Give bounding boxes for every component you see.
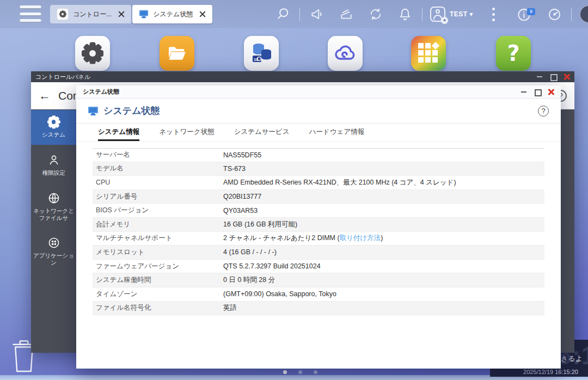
sidebar-item-applications[interactable]: アプリケーション: [31, 229, 76, 273]
maximize-icon[interactable]: [550, 73, 556, 80]
help-icon[interactable]: ?: [538, 106, 549, 117]
table-row: ファームウェアバージョンQTS 5.2.7.3297 Build 2025102…: [93, 260, 544, 274]
background-tasks-icon[interactable]: [361, 7, 390, 21]
divider: [299, 8, 300, 21]
table-row: 合計メモリ16 GB (16 GB 利用可能): [93, 218, 544, 232]
user-menu[interactable]: ★ TEST ▾: [425, 7, 479, 22]
resource-monitor-icon[interactable]: [540, 7, 569, 22]
svg-text:10: 10: [254, 57, 258, 62]
table-row: モデル名TS-673: [93, 162, 544, 176]
table-row: マルチチャネルサポート 2 チャネル - チャネルあたり2 DIMM (取り付け…: [93, 232, 544, 246]
divider: [422, 8, 422, 21]
taskbar-tab-system-status[interactable]: システム状態: [132, 5, 212, 23]
tab-system-service[interactable]: システムサービス: [234, 124, 290, 141]
app-grid-icon: [418, 43, 439, 64]
desktop-icon-help-center[interactable]: ?: [496, 36, 531, 71]
folder-icon: [166, 42, 188, 64]
table-row: シリアル番号Q20BI13777: [93, 190, 544, 204]
desktop-icon-app-center[interactable]: [411, 36, 446, 71]
desktop-icon-control-panel[interactable]: [75, 36, 110, 71]
storage-disks-icon: 10: [249, 41, 273, 65]
username-text: TEST: [450, 10, 468, 18]
desktop-icon-myqnapcloud[interactable]: [328, 36, 363, 71]
sidebar-item-privilege[interactable]: 権限設定: [31, 145, 76, 183]
apps-icon: [47, 236, 60, 249]
gear-icon: [57, 8, 69, 20]
tab-network-status[interactable]: ネットワーク状態: [159, 124, 214, 141]
monitor-icon: [139, 10, 148, 18]
minimize-icon[interactable]: [536, 73, 543, 80]
system-status-window: システム状態 システム状態 ? システム情報 ネットワーク状態 システムサービス…: [76, 85, 561, 369]
divider: [571, 8, 572, 21]
desktop-pagination: [283, 370, 317, 374]
sidebar-item-network-filesvc[interactable]: ネットワークとファイルサ: [31, 183, 76, 228]
system-status-header: システム状態 ?: [76, 99, 561, 124]
announcement-icon[interactable]: [302, 7, 332, 21]
sidebar-item-label: システム: [42, 131, 65, 138]
search-icon[interactable]: [268, 7, 297, 21]
close-icon[interactable]: [548, 89, 554, 95]
system-info-table: サーバー名NAS55DF55 モデル名TS-673 CPUAMD Embedde…: [93, 148, 544, 315]
maximize-icon[interactable]: [534, 89, 541, 95]
taskbar-icons: ★ TEST ▾ 9: [268, 5, 588, 23]
dashboard-toggle-icon[interactable]: [579, 5, 588, 23]
page-dot-1[interactable]: [283, 370, 287, 374]
close-tab-icon[interactable]: [118, 11, 125, 17]
table-row: タイムゾーン(GMT+09:00) Osaka, Sapporo, Tokyo: [93, 287, 544, 302]
notifications-bell-icon[interactable]: [390, 7, 420, 21]
chevron-down-icon: ▾: [469, 10, 473, 18]
sidebar-item-label: ネットワークとファイルサ: [33, 207, 74, 221]
control-panel-titlebar[interactable]: コントロールパネル: [31, 71, 574, 82]
window-title: システム状態: [83, 88, 119, 96]
star-badge-icon: ★: [441, 17, 448, 24]
back-arrow-icon[interactable]: ←: [39, 89, 51, 103]
table-row: サーバー名NAS55DF55: [93, 148, 544, 162]
user-avatar-icon: ★: [430, 7, 445, 22]
question-mark-icon: ?: [507, 41, 519, 66]
sidebar-item-label: 権限設定: [42, 169, 65, 176]
table-row: CPUAMD Embedded R-Series RX-421ND、最大 210…: [93, 176, 544, 190]
taskbar-tab-control-panel[interactable]: コントロー...: [50, 5, 131, 23]
table-row: システム稼働時間0 日 0 時間 28 分: [93, 273, 544, 287]
datetime-text: 2025/12/19 16:15:20: [523, 369, 578, 375]
page-dot-3[interactable]: [314, 370, 317, 374]
minimize-icon[interactable]: [520, 89, 527, 95]
monitor-icon: [88, 107, 98, 115]
tab-hardware-info[interactable]: ハードウェア情報: [309, 124, 364, 141]
more-options-icon[interactable]: [479, 8, 508, 21]
external-device-icon[interactable]: [332, 7, 361, 21]
globe-icon: [47, 192, 60, 205]
cloud-icon: [333, 41, 357, 65]
taskbar-tabs: コントロー... システム状態: [50, 5, 212, 23]
installation-guide-link[interactable]: 取り付け方法: [340, 234, 381, 242]
desktop-icon-file-station[interactable]: [160, 36, 194, 71]
sidebar-item-system[interactable]: システム: [31, 110, 76, 145]
gear-icon: [47, 115, 60, 128]
table-row: ファイル名符号化英語: [93, 302, 544, 316]
main-menu-icon[interactable]: [20, 5, 41, 23]
person-icon: [47, 154, 60, 167]
info-notifications-icon[interactable]: 9: [508, 7, 540, 22]
page-dot-2[interactable]: [298, 370, 302, 374]
table-row: BIOS バージョンQY03AR53: [93, 204, 544, 218]
close-icon[interactable]: [564, 73, 570, 80]
tab-system-info[interactable]: システム情報: [98, 124, 139, 141]
system-status-titlebar[interactable]: システム状態: [76, 85, 561, 99]
page-title: システム状態: [103, 105, 160, 117]
system-status-tabs: システム情報 ネットワーク状態 システムサービス ハードウェア情報: [76, 124, 561, 142]
notification-count-badge: 9: [527, 8, 535, 15]
taskbar: コントロー... システム状態 ★ TEST ▾ 9: [0, 0, 588, 28]
control-panel-sidebar: システム 権限設定 ネットワークとファイルサ アプリケーション: [31, 110, 76, 353]
desktop-icon-storage-snapshots[interactable]: 10: [244, 36, 279, 71]
close-tab-icon[interactable]: [199, 11, 206, 17]
sidebar-item-label: アプリケーション: [33, 252, 74, 266]
gear-icon: [82, 42, 103, 64]
window-title: コントロールパネル: [35, 73, 90, 81]
table-row: メモリスロット4 (16 GB / - / - / -): [93, 246, 544, 260]
